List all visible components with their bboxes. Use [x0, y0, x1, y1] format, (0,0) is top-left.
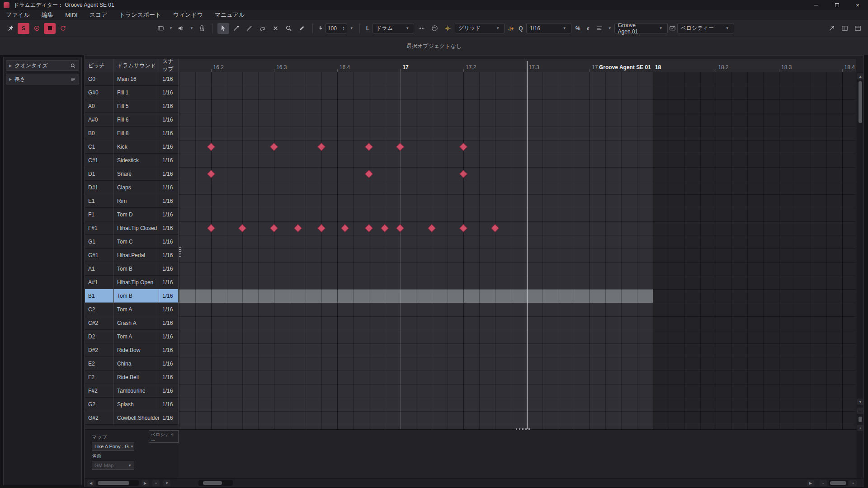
menu-file[interactable]: ファイル	[0, 10, 36, 20]
lane-divider[interactable]	[85, 429, 856, 430]
snap-cell[interactable]: 1/16	[159, 154, 179, 167]
drum-row-F#1[interactable]: F#1Hihat.Tip Closed1/16	[85, 221, 179, 235]
map-name-select[interactable]: GM Map▼	[92, 461, 134, 470]
h-scroll-thumb[interactable]	[98, 481, 129, 485]
drumsound-cell[interactable]: Tambourine	[114, 384, 159, 398]
drumsound-cell[interactable]: Hihat.Tip Closed	[114, 221, 159, 235]
snap-cell[interactable]: 1/16	[159, 343, 179, 357]
drum-row-F2[interactable]: F2Ride.Bell1/16	[85, 371, 179, 384]
snap-cell[interactable]: 1/16	[159, 249, 179, 262]
inspector-section-quantize[interactable]: ▶ クオンタイズ	[6, 60, 79, 71]
menu-window[interactable]: ウィンドウ	[167, 10, 209, 20]
drum-row-G1[interactable]: G1Tom C1/16	[85, 235, 179, 249]
controller-select[interactable]: ベロシティー▼	[677, 23, 734, 33]
v-zoom-out-button[interactable]: −	[857, 408, 863, 414]
open-in-window-icon[interactable]	[826, 23, 837, 34]
drumsound-cell[interactable]: Splash	[114, 398, 159, 411]
secondary-thumb[interactable]	[203, 481, 222, 485]
drumsound-cell[interactable]: Crash A	[114, 316, 159, 330]
drum-row-D2[interactable]: D2Tom A1/16	[85, 330, 179, 343]
pin-icon[interactable]	[5, 23, 16, 34]
v-zoom-thumb[interactable]	[859, 417, 862, 422]
drum-row-E2[interactable]: E2China1/16	[85, 357, 179, 371]
draw-tool[interactable]	[296, 23, 308, 34]
drumsound-cell[interactable]: Snare	[114, 167, 159, 181]
snap-cell[interactable]: 1/16	[159, 357, 179, 371]
snap-cell[interactable]: 1/16	[159, 221, 179, 235]
pitch-cell[interactable]: F1	[85, 208, 114, 221]
drumsound-cell[interactable]: Claps	[114, 181, 159, 194]
maximize-button[interactable]	[826, 0, 847, 10]
pitch-cell[interactable]: C2	[85, 303, 114, 316]
snap-cell[interactable]: 1/16	[159, 86, 179, 99]
snap-cell[interactable]: 1/16	[159, 411, 179, 425]
quantize-panel-button[interactable]: e	[584, 25, 592, 32]
snap-cell[interactable]: 1/16	[159, 289, 179, 303]
pitch-cell[interactable]: D1	[85, 167, 114, 181]
swing-icon[interactable]: -|+	[506, 26, 515, 31]
pitch-cell[interactable]: G#2	[85, 411, 114, 425]
drum-row-C#1[interactable]: C#1Sidestick1/16	[85, 154, 179, 167]
zoom-preset-button[interactable]: ▼	[163, 480, 170, 486]
pitch-cell[interactable]: F#1	[85, 221, 114, 235]
drum-row-C1[interactable]: C1Kick1/16	[85, 140, 179, 154]
timeline-ruler[interactable]: 16.216.316.41717.217.317.41818.218.318.4…	[179, 59, 856, 72]
zoom-tool[interactable]	[283, 23, 295, 34]
metronome-button[interactable]	[196, 23, 208, 34]
snap-cell[interactable]: 1/16	[159, 262, 179, 276]
search-icon[interactable]	[70, 63, 76, 69]
drum-row-G#0[interactable]: G#0Fill 11/16	[85, 86, 179, 99]
note-length-select[interactable]: ドラム▼	[373, 23, 414, 33]
snap-cell[interactable]: 1/16	[159, 303, 179, 316]
object-select-tool[interactable]	[217, 23, 229, 34]
snap-cell[interactable]: 1/16	[159, 316, 179, 330]
pitch-cell[interactable]: B0	[85, 127, 114, 140]
menu-manual[interactable]: マニュアル	[209, 10, 251, 20]
drumsound-cell[interactable]: Tom A	[114, 330, 159, 343]
pitch-cell[interactable]: E1	[85, 194, 114, 208]
drum-row-C#2[interactable]: C#2Crash A1/16	[85, 316, 179, 330]
autoscroll-button[interactable]	[57, 23, 69, 34]
drum-row-G#2[interactable]: G#2Cowbell.Shoulder1/16	[85, 411, 179, 425]
drum-row-E1[interactable]: E1Rim1/16	[85, 194, 179, 208]
drum-row-D#2[interactable]: D#2Ride.Bow1/16	[85, 343, 179, 357]
pitch-cell[interactable]: G#1	[85, 249, 114, 262]
pitch-cell[interactable]: G0	[85, 72, 114, 86]
record-in-editor-button[interactable]	[44, 23, 56, 34]
menu-edit[interactable]: 編集	[36, 10, 59, 20]
drum-row-A#0[interactable]: A#0Fill 61/16	[85, 113, 179, 127]
snap-cell[interactable]: 1/16	[159, 99, 179, 113]
snap-cell[interactable]: 1/16	[159, 208, 179, 221]
grid-type-select[interactable]: グリッド▼	[455, 23, 505, 33]
v-scroll-down-button[interactable]: ▼	[857, 399, 863, 405]
drum-row-B1[interactable]: B1Tom B1/16	[85, 289, 179, 303]
step-input-button[interactable]	[415, 23, 427, 34]
scroll-right-button[interactable]: ▶	[142, 480, 149, 486]
drumsound-cell[interactable]: Hihat.Tip Open	[114, 276, 159, 289]
snap-cell[interactable]: 1/16	[159, 181, 179, 194]
velocity-stepper[interactable]: ▲▼	[342, 26, 345, 31]
chevron-down-icon[interactable]: ▼	[189, 26, 195, 30]
solo-editor-button[interactable]: S	[18, 23, 29, 34]
drumsound-cell[interactable]: Kick	[114, 140, 159, 154]
chevron-down-icon[interactable]: ▼	[607, 26, 613, 30]
h-zoom-out-button[interactable]: −	[820, 480, 827, 486]
column-header-pitch[interactable]: ピッチ	[85, 59, 114, 72]
inspector-section-length[interactable]: ▶ 長さ	[6, 74, 79, 84]
eraser-tool[interactable]	[257, 23, 269, 34]
drumsound-cell[interactable]: Tom C	[114, 235, 159, 249]
h-zoom-in-button[interactable]: +	[849, 480, 857, 486]
pitch-cell[interactable]: C#1	[85, 154, 114, 167]
pitch-cell[interactable]: C#2	[85, 316, 114, 330]
pitch-cell[interactable]: G2	[85, 398, 114, 411]
h-zoom-thumb[interactable]	[830, 481, 846, 485]
v-scroll-up-button[interactable]: ▲	[857, 73, 863, 80]
divider-grip-icon[interactable]	[516, 428, 531, 430]
drumsound-cell[interactable]: Tom D	[114, 208, 159, 221]
column-header-snap[interactable]: スナップ	[159, 59, 179, 72]
pitch-cell[interactable]: C1	[85, 140, 114, 154]
snap-cell[interactable]: 1/16	[159, 127, 179, 140]
drum-row-G#1[interactable]: G#1Hihat.Pedal1/16	[85, 249, 179, 262]
line-tool[interactable]	[244, 23, 255, 34]
drumsound-cell[interactable]: Main 16	[114, 72, 159, 86]
